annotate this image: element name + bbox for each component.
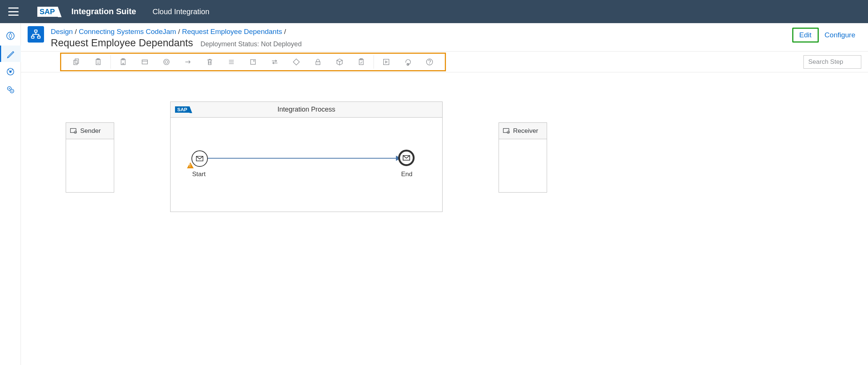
app-subtitle[interactable]: Cloud Integration <box>153 7 209 16</box>
end-label: End <box>401 171 412 178</box>
sender-pool[interactable]: Sender <box>66 122 114 193</box>
sequence-flow[interactable] <box>208 158 398 159</box>
run-icon[interactable] <box>375 54 397 70</box>
configure-button[interactable]: Configure <box>819 29 861 41</box>
call-icon[interactable] <box>242 54 264 70</box>
svg-point-17 <box>164 59 169 65</box>
receiver-pool[interactable]: Receiver <box>499 122 547 193</box>
svg-rect-10 <box>75 59 78 63</box>
svg-point-2 <box>9 71 12 73</box>
page-title: Request Employee Dependants <box>51 37 193 49</box>
top-bar: SAP Integration Suite Cloud Integration <box>0 0 868 23</box>
app-title: Integration Suite <box>71 7 136 16</box>
svg-rect-11 <box>74 60 77 65</box>
system-icon <box>503 128 510 134</box>
svg-point-5 <box>9 88 10 89</box>
palette-toolbar <box>60 53 446 71</box>
routing-icon[interactable] <box>264 54 285 70</box>
svg-rect-8 <box>31 36 34 38</box>
integration-process[interactable]: SAP Integration Process Start <box>170 102 443 212</box>
delete-icon[interactable] <box>199 54 221 70</box>
start-label: Start <box>192 171 206 178</box>
breadcrumb-artifact[interactable]: Request Employee Dependants <box>182 28 282 35</box>
breadcrumb-sep: / <box>178 28 180 35</box>
svg-point-27 <box>429 63 430 64</box>
persistence-icon[interactable] <box>329 54 350 70</box>
start-event[interactable] <box>191 150 208 167</box>
svg-point-6 <box>11 91 12 92</box>
main-panel: Design / Connecting Systems CodeJam / Re… <box>21 23 868 365</box>
undo-icon[interactable] <box>397 54 419 70</box>
paste-icon[interactable] <box>87 54 109 70</box>
receiver-label: Receiver <box>513 127 538 135</box>
sap-mini-logo: SAP <box>175 106 190 113</box>
warning-icon <box>187 162 194 168</box>
svg-rect-32 <box>503 128 509 132</box>
svg-rect-24 <box>384 59 389 65</box>
end-event[interactable] <box>398 150 415 166</box>
events-icon[interactable] <box>156 54 177 70</box>
sidebar-design-icon[interactable] <box>0 46 21 62</box>
sidebar-settings-icon[interactable] <box>0 81 21 98</box>
breadcrumb-package[interactable]: Connecting Systems CodeJam <box>79 28 176 35</box>
search-step-input[interactable]: Search Step <box>803 55 861 69</box>
page-header: Design / Connecting Systems CodeJam / Re… <box>21 23 868 52</box>
iflow-icon <box>28 26 44 43</box>
sap-logo: SAP <box>37 7 58 17</box>
iflow-canvas[interactable]: Sender SAP Integration Process Start <box>21 72 868 365</box>
security-icon[interactable] <box>307 54 329 70</box>
system-icon <box>70 128 77 134</box>
validator-icon[interactable] <box>350 54 372 70</box>
deployment-status: Deployment Status: Not Deployed <box>200 40 302 48</box>
svg-rect-9 <box>38 36 40 38</box>
sender-label: Sender <box>80 127 101 135</box>
help-icon[interactable] <box>419 54 440 70</box>
connectors-icon[interactable] <box>177 54 199 70</box>
svg-point-33 <box>507 131 510 134</box>
svg-rect-19 <box>251 59 256 64</box>
svg-point-21 <box>318 63 318 63</box>
sidebar-monitor-icon[interactable] <box>0 63 21 80</box>
toolbar-row: Search Step <box>21 52 868 72</box>
mapping-icon[interactable] <box>221 54 242 70</box>
participant-icon[interactable] <box>112 54 134 70</box>
process-title: Integration Process <box>277 106 335 113</box>
process-icon[interactable] <box>134 54 156 70</box>
breadcrumb-sep: / <box>284 28 286 35</box>
edit-button[interactable]: Edit <box>792 28 819 43</box>
svg-rect-7 <box>35 30 37 32</box>
left-sidebar <box>0 23 21 365</box>
breadcrumb-sep: / <box>75 28 77 35</box>
gateway-icon[interactable] <box>285 54 307 70</box>
breadcrumb-design[interactable]: Design <box>51 28 73 35</box>
svg-rect-16 <box>142 60 148 64</box>
copy-icon[interactable] <box>66 54 87 70</box>
svg-point-29 <box>74 131 77 134</box>
svg-rect-28 <box>71 128 76 132</box>
svg-point-18 <box>165 60 168 63</box>
sidebar-discover-icon[interactable] <box>0 28 21 44</box>
hamburger-menu-icon[interactable] <box>8 7 19 16</box>
breadcrumb: Design / Connecting Systems CodeJam / Re… <box>51 26 786 37</box>
